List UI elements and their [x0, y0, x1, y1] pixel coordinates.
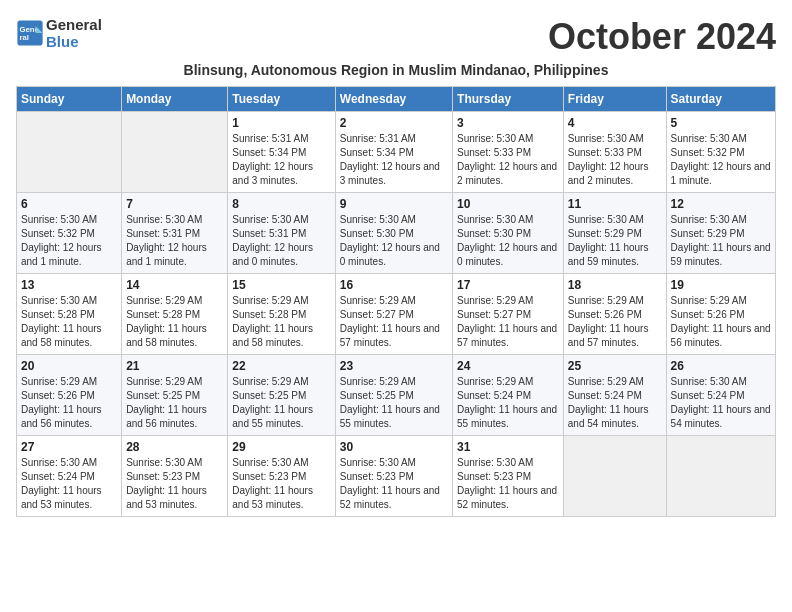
calendar-cell: 1Sunrise: 5:31 AM Sunset: 5:34 PM Daylig…: [228, 112, 335, 193]
calendar-cell: 17Sunrise: 5:29 AM Sunset: 5:27 PM Dayli…: [453, 274, 564, 355]
weekday-header-monday: Monday: [122, 87, 228, 112]
calendar-cell: 8Sunrise: 5:30 AM Sunset: 5:31 PM Daylig…: [228, 193, 335, 274]
day-sun-info: Sunrise: 5:30 AM Sunset: 5:32 PM Dayligh…: [671, 132, 771, 188]
calendar-cell: 23Sunrise: 5:29 AM Sunset: 5:25 PM Dayli…: [335, 355, 452, 436]
calendar-cell: 27Sunrise: 5:30 AM Sunset: 5:24 PM Dayli…: [17, 436, 122, 517]
calendar-cell: 25Sunrise: 5:29 AM Sunset: 5:24 PM Dayli…: [563, 355, 666, 436]
day-number: 28: [126, 440, 223, 454]
day-number: 26: [671, 359, 771, 373]
day-number: 9: [340, 197, 448, 211]
day-number: 6: [21, 197, 117, 211]
calendar-cell: 16Sunrise: 5:29 AM Sunset: 5:27 PM Dayli…: [335, 274, 452, 355]
calendar-cell: [17, 112, 122, 193]
calendar-cell: 6Sunrise: 5:30 AM Sunset: 5:32 PM Daylig…: [17, 193, 122, 274]
day-sun-info: Sunrise: 5:30 AM Sunset: 5:32 PM Dayligh…: [21, 213, 117, 269]
calendar-cell: 4Sunrise: 5:30 AM Sunset: 5:33 PM Daylig…: [563, 112, 666, 193]
day-number: 29: [232, 440, 330, 454]
day-sun-info: Sunrise: 5:29 AM Sunset: 5:25 PM Dayligh…: [340, 375, 448, 431]
day-number: 27: [21, 440, 117, 454]
logo-text-line1: General: [46, 16, 102, 33]
calendar-cell: 26Sunrise: 5:30 AM Sunset: 5:24 PM Dayli…: [666, 355, 775, 436]
day-sun-info: Sunrise: 5:30 AM Sunset: 5:31 PM Dayligh…: [232, 213, 330, 269]
day-sun-info: Sunrise: 5:30 AM Sunset: 5:23 PM Dayligh…: [340, 456, 448, 512]
day-sun-info: Sunrise: 5:29 AM Sunset: 5:26 PM Dayligh…: [568, 294, 662, 350]
day-sun-info: Sunrise: 5:30 AM Sunset: 5:23 PM Dayligh…: [457, 456, 559, 512]
day-number: 16: [340, 278, 448, 292]
calendar-week-row: 20Sunrise: 5:29 AM Sunset: 5:26 PM Dayli…: [17, 355, 776, 436]
calendar-cell: 9Sunrise: 5:30 AM Sunset: 5:30 PM Daylig…: [335, 193, 452, 274]
day-number: 13: [21, 278, 117, 292]
day-number: 24: [457, 359, 559, 373]
day-number: 4: [568, 116, 662, 130]
day-number: 23: [340, 359, 448, 373]
calendar-week-row: 13Sunrise: 5:30 AM Sunset: 5:28 PM Dayli…: [17, 274, 776, 355]
day-sun-info: Sunrise: 5:29 AM Sunset: 5:24 PM Dayligh…: [568, 375, 662, 431]
page-header: Gene ral General Blue October 2024: [16, 16, 776, 58]
calendar-week-row: 6Sunrise: 5:30 AM Sunset: 5:32 PM Daylig…: [17, 193, 776, 274]
calendar-cell: 22Sunrise: 5:29 AM Sunset: 5:25 PM Dayli…: [228, 355, 335, 436]
calendar-week-row: 1Sunrise: 5:31 AM Sunset: 5:34 PM Daylig…: [17, 112, 776, 193]
day-number: 20: [21, 359, 117, 373]
day-number: 30: [340, 440, 448, 454]
logo-text-line2: Blue: [46, 33, 102, 50]
day-sun-info: Sunrise: 5:30 AM Sunset: 5:29 PM Dayligh…: [568, 213, 662, 269]
day-number: 8: [232, 197, 330, 211]
day-sun-info: Sunrise: 5:30 AM Sunset: 5:31 PM Dayligh…: [126, 213, 223, 269]
calendar-cell: 18Sunrise: 5:29 AM Sunset: 5:26 PM Dayli…: [563, 274, 666, 355]
day-sun-info: Sunrise: 5:29 AM Sunset: 5:28 PM Dayligh…: [232, 294, 330, 350]
day-number: 22: [232, 359, 330, 373]
day-sun-info: Sunrise: 5:30 AM Sunset: 5:23 PM Dayligh…: [232, 456, 330, 512]
generalblue-logo-icon: Gene ral: [16, 19, 44, 47]
day-sun-info: Sunrise: 5:30 AM Sunset: 5:28 PM Dayligh…: [21, 294, 117, 350]
day-number: 10: [457, 197, 559, 211]
day-sun-info: Sunrise: 5:29 AM Sunset: 5:26 PM Dayligh…: [671, 294, 771, 350]
calendar-cell: 15Sunrise: 5:29 AM Sunset: 5:28 PM Dayli…: [228, 274, 335, 355]
day-number: 14: [126, 278, 223, 292]
day-number: 2: [340, 116, 448, 130]
day-number: 3: [457, 116, 559, 130]
day-number: 15: [232, 278, 330, 292]
day-sun-info: Sunrise: 5:30 AM Sunset: 5:24 PM Dayligh…: [671, 375, 771, 431]
day-number: 1: [232, 116, 330, 130]
weekday-header-tuesday: Tuesday: [228, 87, 335, 112]
day-number: 18: [568, 278, 662, 292]
day-number: 11: [568, 197, 662, 211]
day-sun-info: Sunrise: 5:30 AM Sunset: 5:29 PM Dayligh…: [671, 213, 771, 269]
calendar-cell: 21Sunrise: 5:29 AM Sunset: 5:25 PM Dayli…: [122, 355, 228, 436]
calendar-cell: 19Sunrise: 5:29 AM Sunset: 5:26 PM Dayli…: [666, 274, 775, 355]
day-sun-info: Sunrise: 5:29 AM Sunset: 5:24 PM Dayligh…: [457, 375, 559, 431]
calendar-cell: [122, 112, 228, 193]
day-sun-info: Sunrise: 5:30 AM Sunset: 5:23 PM Dayligh…: [126, 456, 223, 512]
calendar-cell: 28Sunrise: 5:30 AM Sunset: 5:23 PM Dayli…: [122, 436, 228, 517]
calendar-cell: 13Sunrise: 5:30 AM Sunset: 5:28 PM Dayli…: [17, 274, 122, 355]
day-number: 7: [126, 197, 223, 211]
day-sun-info: Sunrise: 5:30 AM Sunset: 5:30 PM Dayligh…: [340, 213, 448, 269]
day-sun-info: Sunrise: 5:29 AM Sunset: 5:26 PM Dayligh…: [21, 375, 117, 431]
day-sun-info: Sunrise: 5:30 AM Sunset: 5:24 PM Dayligh…: [21, 456, 117, 512]
calendar-cell: 12Sunrise: 5:30 AM Sunset: 5:29 PM Dayli…: [666, 193, 775, 274]
weekday-header-thursday: Thursday: [453, 87, 564, 112]
day-sun-info: Sunrise: 5:31 AM Sunset: 5:34 PM Dayligh…: [340, 132, 448, 188]
day-number: 12: [671, 197, 771, 211]
day-sun-info: Sunrise: 5:31 AM Sunset: 5:34 PM Dayligh…: [232, 132, 330, 188]
calendar-cell: [563, 436, 666, 517]
day-sun-info: Sunrise: 5:30 AM Sunset: 5:33 PM Dayligh…: [457, 132, 559, 188]
calendar-week-row: 27Sunrise: 5:30 AM Sunset: 5:24 PM Dayli…: [17, 436, 776, 517]
day-number: 21: [126, 359, 223, 373]
calendar-cell: 7Sunrise: 5:30 AM Sunset: 5:31 PM Daylig…: [122, 193, 228, 274]
calendar-cell: 11Sunrise: 5:30 AM Sunset: 5:29 PM Dayli…: [563, 193, 666, 274]
calendar-cell: 10Sunrise: 5:30 AM Sunset: 5:30 PM Dayli…: [453, 193, 564, 274]
day-sun-info: Sunrise: 5:30 AM Sunset: 5:30 PM Dayligh…: [457, 213, 559, 269]
day-number: 25: [568, 359, 662, 373]
logo: Gene ral General Blue: [16, 16, 102, 50]
calendar-cell: 31Sunrise: 5:30 AM Sunset: 5:23 PM Dayli…: [453, 436, 564, 517]
weekday-header-friday: Friday: [563, 87, 666, 112]
svg-text:ral: ral: [20, 33, 29, 42]
day-sun-info: Sunrise: 5:29 AM Sunset: 5:27 PM Dayligh…: [340, 294, 448, 350]
day-number: 31: [457, 440, 559, 454]
day-number: 19: [671, 278, 771, 292]
day-number: 5: [671, 116, 771, 130]
calendar-body: 1Sunrise: 5:31 AM Sunset: 5:34 PM Daylig…: [17, 112, 776, 517]
calendar-cell: 5Sunrise: 5:30 AM Sunset: 5:32 PM Daylig…: [666, 112, 775, 193]
calendar-table: SundayMondayTuesdayWednesdayThursdayFrid…: [16, 86, 776, 517]
